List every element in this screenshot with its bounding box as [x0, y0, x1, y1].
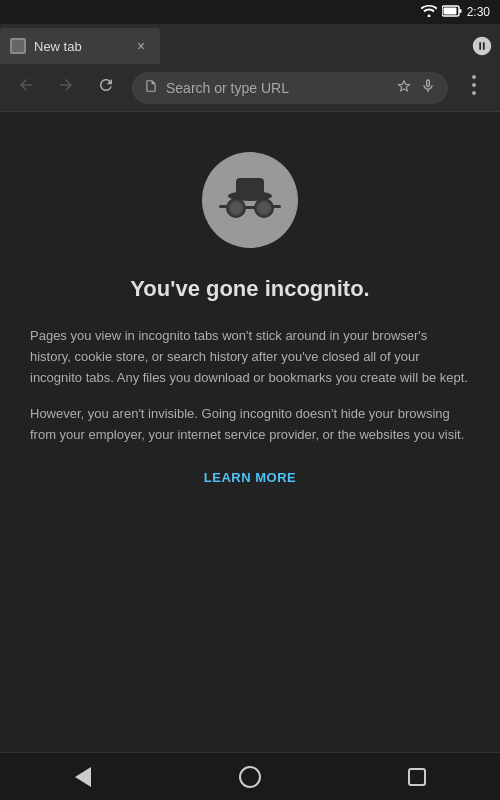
status-time: 2:30 — [467, 5, 490, 19]
battery-icon — [442, 5, 462, 20]
incognito-title: You've gone incognito. — [130, 276, 370, 302]
svg-rect-9 — [245, 206, 255, 209]
svg-point-4 — [472, 75, 476, 79]
active-tab[interactable]: New tab × — [0, 28, 160, 64]
incognito-icon-container — [202, 152, 298, 248]
tab-title: New tab — [34, 39, 124, 54]
svg-rect-15 — [273, 205, 281, 208]
bottom-nav — [0, 752, 500, 800]
svg-rect-1 — [443, 7, 456, 14]
learn-more-button[interactable]: LEARN MORE — [204, 470, 296, 485]
nav-bar: Search or type URL — [0, 64, 500, 112]
system-home-button[interactable] — [226, 753, 274, 801]
omnibox[interactable]: Search or type URL — [132, 72, 448, 104]
tab-favicon — [10, 38, 26, 54]
page-icon — [144, 79, 158, 96]
svg-rect-2 — [459, 9, 461, 13]
incognito-body-1: Pages you view in incognito tabs won't s… — [30, 326, 470, 388]
svg-rect-14 — [219, 205, 227, 208]
incognito-body-2: However, you aren't invisible. Going inc… — [30, 404, 470, 446]
tab-bar: New tab × — [0, 24, 500, 64]
svg-point-12 — [230, 202, 242, 214]
recents-square-icon — [408, 768, 426, 786]
mic-icon[interactable] — [420, 78, 436, 98]
reload-button[interactable] — [88, 70, 124, 106]
more-menu-button[interactable] — [456, 70, 492, 106]
home-circle-icon — [239, 766, 261, 788]
back-icon — [17, 76, 35, 99]
incognito-badge — [464, 28, 500, 64]
system-back-button[interactable] — [59, 753, 107, 801]
omnibox-placeholder: Search or type URL — [166, 80, 388, 96]
status-icons: 2:30 — [421, 5, 490, 20]
svg-point-6 — [472, 91, 476, 95]
svg-rect-3 — [12, 40, 24, 52]
forward-button[interactable] — [48, 70, 84, 106]
more-icon — [472, 75, 476, 100]
svg-point-5 — [472, 83, 476, 87]
tab-close-button[interactable]: × — [132, 37, 150, 55]
incognito-figure-svg — [218, 168, 282, 232]
reload-icon — [97, 76, 115, 99]
system-recents-button[interactable] — [393, 753, 441, 801]
wifi-icon — [421, 5, 437, 20]
back-triangle-icon — [75, 767, 91, 787]
svg-rect-8 — [236, 178, 264, 197]
back-button[interactable] — [8, 70, 44, 106]
main-content: You've gone incognito. Pages you view in… — [0, 112, 500, 752]
star-icon — [396, 78, 412, 98]
status-bar: 2:30 — [0, 0, 500, 24]
svg-point-13 — [258, 202, 270, 214]
forward-icon — [57, 76, 75, 99]
